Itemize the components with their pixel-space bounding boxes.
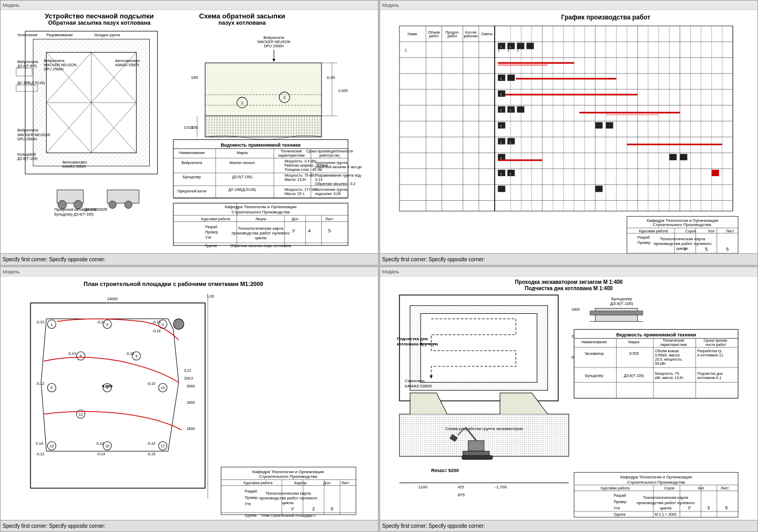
- svg-text:100,0: 100,0: [184, 376, 193, 380]
- svg-text:0,000: 0,000: [102, 384, 113, 388]
- svg-text:Кафедра Технологии и Организац: Кафедра Технологии и Организации: [252, 469, 324, 474]
- svg-rect-205: [595, 122, 602, 128]
- svg-text:Устройство песчаной подсыпки: Устройство песчаной подсыпки: [45, 12, 153, 20]
- svg-text:Наим.: Наим.: [407, 32, 418, 36]
- svg-text:производства работ нулевого: производства работ нулевого: [653, 241, 712, 246]
- svg-text:Автосамосвал: Автосамосвал: [62, 160, 87, 164]
- svg-text:цикла.: цикла.: [676, 246, 689, 251]
- drawing-area-bottom-left: План строительной площадки с рабочими от…: [1, 277, 378, 520]
- svg-rect-333: [421, 313, 537, 382]
- svg-text:WACKER NEUSON: WACKER NEUSON: [258, 40, 291, 44]
- svg-text:Технические: Технические: [281, 149, 302, 153]
- svg-text:Курсовая работа: Курсовая работа: [201, 217, 230, 221]
- svg-text:Уплотнение грунта: Уплотнение грунта: [315, 161, 348, 165]
- svg-text:производства работ нулевого: производства работ нулевого: [232, 231, 290, 236]
- title-label-br: Модель: [382, 269, 399, 274]
- svg-text:Провер: Провер: [638, 241, 650, 245]
- title-label: Модель: [3, 3, 19, 8]
- svg-text:1800: 1800: [571, 308, 580, 311]
- svg-text:WACKER NEUSON: WACKER NEUSON: [17, 133, 50, 137]
- svg-text:Виброплита: Виброплита: [17, 128, 38, 132]
- svg-text:характеристики: характеристики: [660, 343, 687, 347]
- svg-text:цикла: цикла: [255, 236, 267, 240]
- svg-text:1100: 1100: [418, 485, 427, 489]
- svg-text:Виброплита: Виброплита: [263, 36, 284, 40]
- svg-rect-218: [595, 186, 602, 192]
- svg-text:Дол: Дол: [323, 481, 330, 485]
- status-text-top-left: Specify first corner: Specify opposite c…: [3, 257, 106, 262]
- svg-text:Технологическая карта: Технологическая карта: [238, 226, 284, 231]
- svg-text:-1,700: -1,700: [495, 485, 507, 489]
- svg-text:1,00: 1,00: [207, 294, 214, 298]
- svg-text:1: 1: [405, 48, 407, 52]
- svg-text:Строительного Производства: Строительного Производства: [232, 210, 290, 214]
- svg-text:работ(м.см): работ(м.см): [319, 154, 340, 158]
- svg-text:Бульдозер: Бульдозер: [585, 374, 603, 378]
- svg-text:цикла.: цикла.: [282, 500, 294, 505]
- svg-text:-0,10: -0,10: [147, 442, 155, 445]
- svg-text:0,13: 0,13: [315, 178, 323, 181]
- svg-text:DPU 2560H: DPU 2560H: [44, 67, 64, 71]
- svg-text:1: 1: [517, 48, 519, 52]
- svg-text:Wacker neuson: Wacker neuson: [229, 161, 255, 165]
- svg-text:Лист: Лист: [325, 217, 334, 221]
- svg-text:Подчистка дна: Подчистка дна: [698, 372, 723, 376]
- svg-point-50: [125, 201, 132, 208]
- svg-text:Проходка экскаватором зигзагом: Проходка экскаватором зигзагом М 1:400: [515, 279, 623, 285]
- svg-text:875: 875: [458, 493, 465, 497]
- svg-rect-27: [16, 68, 32, 76]
- svg-text:Сорок: Сорок: [664, 486, 675, 490]
- svg-text:-0,11: -0,11: [97, 320, 105, 324]
- svg-text:рабочих: рабочих: [464, 34, 478, 38]
- svg-text:Подчистка дна: Подчистка дна: [397, 336, 428, 341]
- status-bar-top-left: Specify first corner: Specify opposite c…: [1, 253, 378, 265]
- svg-text:3000: 3000: [187, 384, 195, 388]
- svg-text:Объём ковша:: Объём ковша:: [655, 349, 680, 353]
- svg-text:0,14: 0,14: [36, 442, 43, 445]
- svg-text:Бульдозер: Бульдозер: [183, 175, 201, 179]
- status-bar-top-right: Specify first corner: Specify opposite c…: [380, 253, 757, 265]
- svg-text:Технологическая карта: Технологическая карта: [643, 495, 689, 500]
- svg-text:ДЗ-8(Т-ФП): ДЗ-8(Т-ФП): [17, 64, 37, 68]
- svg-text:Экскаватор: Экскаватор: [585, 352, 604, 356]
- svg-text:Ведомость применяемой техники: Ведомость применяемой техники: [616, 332, 696, 337]
- svg-text:5: 5: [328, 228, 331, 233]
- svg-rect-136: [495, 26, 733, 211]
- title-bar-bottom-left: Модель: [1, 267, 378, 277]
- svg-rect-254: [30, 303, 205, 488]
- svg-text:10: 10: [161, 386, 165, 390]
- svg-text:17: 17: [161, 444, 165, 448]
- status-text-bottom-left: Specify first corner: Specify opposite c…: [3, 523, 106, 529]
- svg-text:1800: 1800: [187, 401, 195, 404]
- svg-text:ности работ: ности работ: [705, 343, 726, 347]
- title-label-bl: Модель: [3, 269, 19, 274]
- svg-text:ДЗ-8(Т-100): ДЗ-8(Т-100): [17, 157, 37, 161]
- drawing-area-bottom-right: Проходка экскаватором зигзагом М 1:400 П…: [380, 277, 757, 520]
- svg-text:0,65м3, масса:: 0,65м3, масса:: [655, 353, 680, 357]
- svg-rect-217: [498, 186, 505, 192]
- svg-text:0,40: 0,40: [327, 75, 335, 80]
- svg-text:работ: работ: [447, 34, 458, 38]
- svg-text:24000: 24000: [107, 297, 118, 301]
- svg-text:Сорок: Сорок: [685, 229, 696, 233]
- svg-text:Лист: Лист: [721, 486, 729, 490]
- svg-text:Провер: Провер: [245, 496, 258, 500]
- svg-text:Лист: Лист: [726, 229, 734, 233]
- svg-text:Марка: Марка: [237, 151, 248, 155]
- svg-text:Э-505: Э-505: [629, 352, 639, 355]
- svg-text:Сроки произв-: Сроки произв-: [703, 339, 728, 343]
- svg-text:6: 6: [50, 386, 53, 390]
- svg-rect-213: [680, 154, 687, 160]
- svg-text:1800: 1800: [187, 427, 195, 431]
- svg-text:Мощность: 79 кВт.: Мощность: 79 кВт.: [284, 173, 315, 178]
- svg-text:Лист: Лист: [341, 481, 350, 485]
- svg-text:производства работ нулевого: производства работ нулевого: [637, 500, 695, 505]
- svg-text:Разраб: Разраб: [614, 494, 626, 498]
- svg-text:425: 425: [458, 485, 464, 489]
- drawing-area-top-left: Устройство песчаной подсыпки Обратная за…: [1, 10, 378, 253]
- svg-text:Ведомость применяемой техники: Ведомость применяемой техники: [221, 142, 301, 148]
- svg-text:Виброплита: Виброплита: [181, 161, 202, 165]
- svg-rect-352: [468, 441, 484, 451]
- svg-text:5: 5: [726, 247, 729, 252]
- status-text-top-right: Specify first corner: Specify opposite c…: [382, 257, 485, 262]
